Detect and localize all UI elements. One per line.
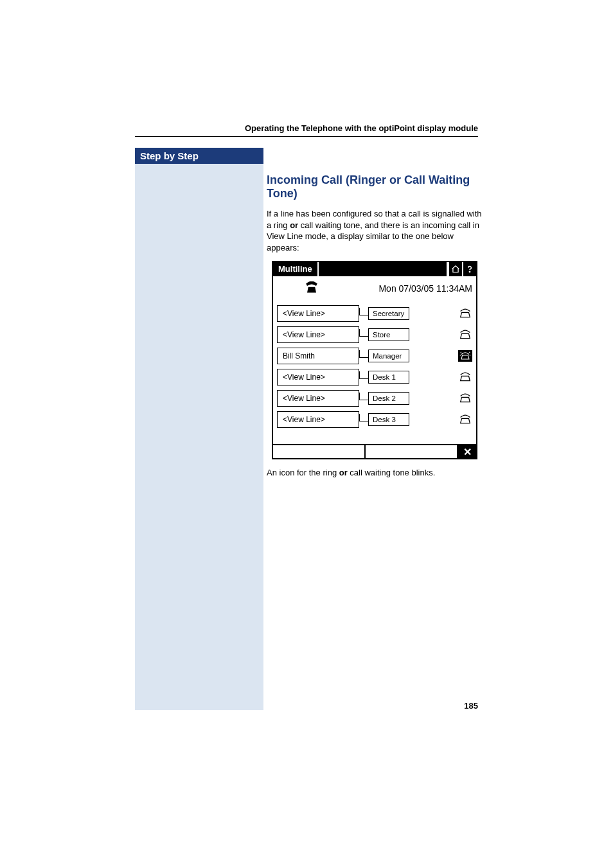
phone-title-icons: [448, 262, 476, 276]
phone-title: Multiline: [273, 262, 317, 276]
phone-datetime: Mon 07/03/05 11:34AM: [327, 283, 472, 294]
connector-line: [359, 308, 368, 315]
sidebar-header: Step by Step: [135, 148, 263, 164]
connector-line: [359, 371, 368, 379]
intro-paragraph: If a line has been configured so that a …: [267, 208, 482, 253]
close-button[interactable]: ✕: [458, 445, 476, 458]
line-row: <View Line> Desk 3: [277, 411, 472, 428]
line-label: Store: [368, 328, 409, 341]
footer-segment[interactable]: [366, 445, 458, 458]
intro-text-post: call waiting tone, and there is an incom…: [267, 220, 479, 252]
phone-idle-icon: [458, 329, 472, 341]
line-row: Bill Smith Manager: [277, 348, 472, 364]
line-row: <View Line> Desk 1: [277, 369, 472, 385]
view-line-button[interactable]: <View Line>: [277, 411, 359, 428]
line-row: <View Line> Desk 2: [277, 390, 472, 407]
line-row: <View Line> Store: [277, 326, 472, 343]
after-bold-or: or: [339, 468, 348, 477]
running-header: Operating the Telephone with the optiPoi…: [245, 123, 478, 133]
line-row: <View Line> Secretary: [277, 305, 472, 322]
caller-name-button[interactable]: Bill Smith: [277, 348, 359, 364]
line-label: Desk 3: [368, 413, 409, 426]
phone-footer-bar: ✕: [273, 444, 476, 458]
intro-bold-or: or: [290, 220, 298, 230]
phone-line-list: <View Line> Secretary <View Line> Store: [273, 298, 476, 444]
svg-point-0: [469, 272, 470, 272]
connector-line: [359, 414, 368, 421]
phone-date-row: Mon 07/03/05 11:34AM: [273, 276, 476, 298]
connector-line: [359, 329, 368, 337]
view-line-button[interactable]: <View Line>: [277, 326, 359, 343]
after-paragraph: An icon for the ring or call waiting ton…: [267, 467, 482, 479]
phone-idle-icon: [458, 393, 472, 404]
after-text-pre: An icon for the ring: [267, 468, 339, 477]
line-label: Desk 2: [368, 392, 409, 405]
phone-idle-icon: [458, 371, 472, 383]
phone-title-spacer: [317, 262, 448, 276]
sidebar-panel: [135, 148, 263, 710]
line-label: Manager: [368, 350, 409, 362]
phone-ringing-icon: [458, 350, 472, 362]
line-label: Desk 1: [368, 371, 409, 384]
section-heading: Incoming Call (Ringer or Call Waiting To…: [267, 173, 482, 200]
header-rule: [135, 136, 478, 137]
connector-line: [359, 350, 368, 358]
connector-line: [359, 393, 368, 400]
page-number: 185: [464, 701, 478, 711]
view-line-button[interactable]: <View Line>: [277, 390, 359, 407]
phone-idle-icon: [458, 414, 472, 425]
after-text-post: call waiting tone blinks.: [348, 468, 436, 477]
content-column: Incoming Call (Ringer or Call Waiting To…: [267, 173, 482, 486]
footer-segment[interactable]: [273, 445, 366, 458]
home-icon[interactable]: [448, 262, 462, 276]
view-line-button[interactable]: <View Line>: [277, 305, 359, 322]
line-label: Secretary: [368, 307, 409, 320]
help-icon[interactable]: [462, 262, 476, 276]
handset-icon: [303, 281, 321, 296]
phone-display-figure: Multiline Mon 07/03/05 11:34AM: [272, 261, 477, 459]
phone-idle-icon: [458, 308, 472, 319]
phone-titlebar: Multiline: [273, 262, 476, 276]
view-line-button[interactable]: <View Line>: [277, 369, 359, 385]
